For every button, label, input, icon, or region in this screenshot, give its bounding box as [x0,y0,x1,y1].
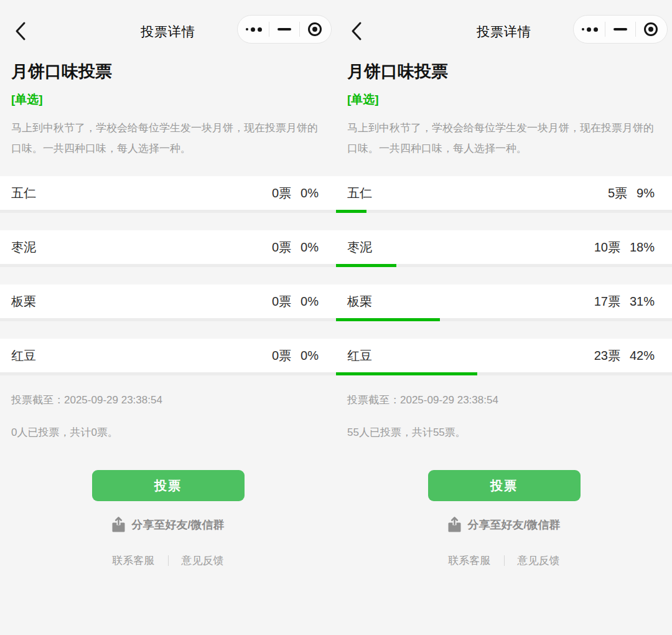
progress-track [336,210,672,213]
vote-summary: 55人已投票，共计55票。 [347,425,661,440]
nav-bar: 投票详情 [0,0,336,53]
option-label: 板栗 [11,293,36,310]
deadline-text: 投票截至：2025-09-29 23:38:54 [11,393,325,407]
miniprogram-capsule [237,15,332,44]
option-stats: 17票 31% [594,293,655,310]
option-percent: 18% [630,240,655,255]
option-label: 五仁 [11,185,36,202]
deadline-text: 投票截至：2025-09-29 23:38:54 [347,393,661,407]
close-circle-icon [308,22,322,36]
miniprogram-capsule [573,15,668,44]
minimize-icon [278,28,291,31]
option-stats: 0票 0% [272,239,319,256]
minimize-icon [614,28,627,31]
option-votes: 0票 [272,347,291,364]
progress-track [336,372,672,375]
vote-button[interactable]: 投票 [428,470,581,501]
footer-divider [168,555,169,566]
minimize-button[interactable] [269,16,299,43]
option-list: 五仁 0票 0% 枣泥 0票 0% 板栗 0票 [0,176,336,375]
more-icon [582,27,598,32]
option-percent: 42% [630,349,655,363]
vote-button[interactable]: 投票 [92,470,245,501]
feedback-link[interactable]: 意见反馈 [182,553,224,568]
progress-track [0,210,336,213]
panel-before-voting: 投票详情 月饼口味投票 [单选] 马上到中秋节了，学校会给每位学生发一块月饼，现… [0,0,336,635]
option-list: 五仁 5票 9% 枣泥 10票 18% 板栗 17票 [336,176,672,375]
poll-type-tag: [单选] [11,92,325,108]
option-percent: 0% [301,294,319,309]
more-icon [246,27,262,32]
contact-support-link[interactable]: 联系客服 [449,553,491,568]
poll-option[interactable]: 枣泥 0票 0% [0,230,336,267]
option-percent: 31% [630,294,655,309]
option-label: 枣泥 [347,239,372,256]
option-stats: 0票 0% [272,347,319,364]
progress-fill [336,372,477,375]
option-votes: 17票 [594,293,620,310]
close-button[interactable] [300,16,330,43]
option-votes: 23票 [594,347,620,364]
poll-option[interactable]: 板栗 17票 31% [336,285,672,321]
poll-title: 月饼口味投票 [11,60,325,83]
progress-track [336,264,672,267]
poll-option[interactable]: 红豆 23票 42% [336,339,672,375]
option-percent: 9% [637,186,655,200]
more-button[interactable] [575,16,605,43]
progress-track [0,372,336,375]
option-stats: 23票 42% [594,347,655,364]
option-stats: 10票 18% [594,239,655,256]
option-votes: 10票 [594,239,620,256]
option-votes: 0票 [272,293,291,310]
share-label: 分享至好友/微信群 [467,517,560,532]
poll-type-tag: [单选] [347,92,661,108]
footer-links: 联系客服 意见反馈 [0,553,336,568]
option-label: 五仁 [347,185,372,202]
share-button[interactable]: 分享至好友/微信群 [336,517,672,533]
deadline-value: 2025-09-29 23:38:54 [400,394,498,406]
contact-support-link[interactable]: 联系客服 [113,553,155,568]
option-stats: 0票 0% [272,185,319,202]
panel-after-voting: 投票详情 月饼口味投票 [单选] 马上到中秋节了，学校会给每位学生发一块月饼，现… [336,0,672,635]
option-percent: 0% [301,349,319,363]
option-votes: 0票 [272,185,291,202]
deadline-label: 投票截至： [347,394,400,406]
minimize-button[interactable] [605,16,635,43]
close-circle-icon [644,22,658,36]
option-label: 红豆 [11,347,36,364]
option-stats: 0票 0% [272,293,319,310]
progress-track [0,264,336,267]
poll-option[interactable]: 枣泥 10票 18% [336,230,672,267]
option-label: 板栗 [347,293,372,310]
poll-description: 马上到中秋节了，学校会给每位学生发一块月饼，现在投票月饼的口味。一共四种口味，每… [347,118,657,159]
progress-track [0,318,336,321]
deadline-label: 投票截至： [11,394,64,406]
vote-summary: 0人已投票，共计0票。 [11,425,325,440]
footer-links: 联系客服 意见反馈 [336,553,672,568]
poll-option[interactable]: 红豆 0票 0% [0,339,336,375]
progress-fill [336,210,366,213]
progress-fill [336,318,440,321]
option-label: 红豆 [347,347,372,364]
share-label: 分享至好友/微信群 [131,517,224,532]
footer-divider [504,555,505,566]
option-percent: 0% [301,240,319,255]
progress-track [336,318,672,321]
option-percent: 0% [301,186,319,200]
option-label: 枣泥 [11,239,36,256]
nav-bar: 投票详情 [336,0,672,53]
poll-option[interactable]: 板栗 0票 0% [0,285,336,321]
share-box-arrow-icon [111,517,126,533]
close-button[interactable] [636,16,666,43]
feedback-link[interactable]: 意见反馈 [518,553,560,568]
deadline-value: 2025-09-29 23:38:54 [64,394,162,406]
poll-option[interactable]: 五仁 5票 9% [336,176,672,213]
poll-description: 马上到中秋节了，学校会给每位学生发一块月饼，现在投票月饼的口味。一共四种口味，每… [11,118,321,159]
poll-option[interactable]: 五仁 0票 0% [0,176,336,213]
share-button[interactable]: 分享至好友/微信群 [0,517,336,533]
share-box-arrow-icon [447,517,462,533]
more-button[interactable] [239,16,269,43]
option-votes: 5票 [608,185,627,202]
poll-title: 月饼口味投票 [347,60,661,83]
option-votes: 0票 [272,239,291,256]
